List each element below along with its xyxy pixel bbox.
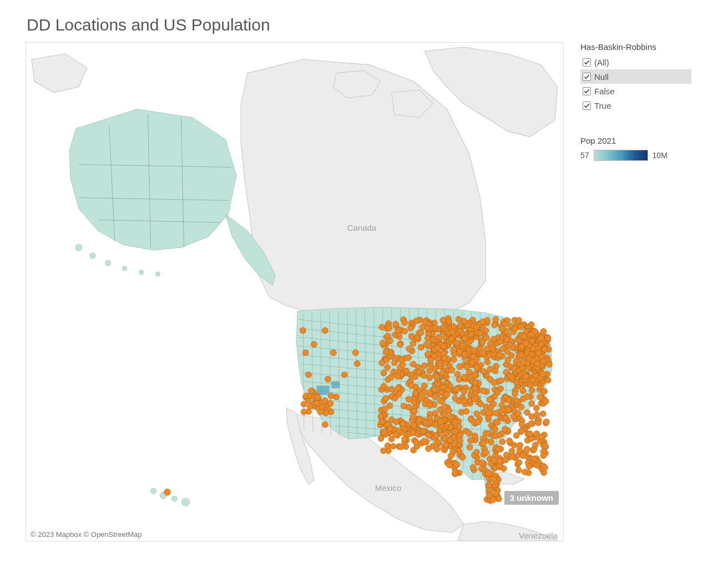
dd-location-marker[interactable] [499, 346, 505, 352]
dd-location-marker[interactable] [383, 357, 390, 363]
dd-location-marker[interactable] [531, 456, 537, 462]
dd-location-marker[interactable] [381, 429, 387, 435]
dd-location-marker[interactable] [518, 352, 524, 358]
dd-location-marker[interactable] [379, 324, 385, 330]
dd-location-marker[interactable] [474, 365, 480, 371]
dd-location-marker[interactable] [496, 446, 502, 452]
dd-location-marker[interactable] [538, 434, 544, 440]
dd-location-marker[interactable] [497, 458, 503, 464]
dd-location-marker[interactable] [418, 395, 424, 401]
checkbox-icon[interactable] [583, 73, 591, 81]
dd-location-marker[interactable] [540, 371, 546, 377]
dd-location-marker[interactable] [461, 398, 467, 404]
dd-location-marker[interactable] [516, 459, 522, 465]
dd-location-marker[interactable] [427, 375, 433, 381]
dd-location-marker[interactable] [411, 422, 417, 428]
dd-location-marker[interactable] [440, 384, 446, 391]
dd-location-marker[interactable] [441, 343, 447, 349]
dd-location-marker[interactable] [496, 352, 502, 358]
dd-location-marker[interactable] [533, 405, 539, 411]
dd-location-marker[interactable] [381, 448, 387, 454]
dd-location-marker[interactable] [392, 395, 398, 401]
dd-location-marker[interactable] [522, 469, 528, 475]
dd-location-marker[interactable] [486, 410, 492, 416]
dd-location-marker[interactable] [443, 430, 449, 436]
dd-location-marker[interactable] [301, 409, 307, 415]
dd-location-marker[interactable] [532, 442, 538, 448]
dd-location-marker[interactable] [421, 438, 427, 444]
dd-location-marker[interactable] [386, 325, 392, 331]
dd-location-marker[interactable] [422, 319, 428, 325]
dd-location-marker[interactable] [388, 374, 394, 380]
dd-location-marker[interactable] [528, 420, 534, 427]
dd-location-marker[interactable] [512, 326, 518, 332]
dd-location-marker[interactable] [488, 404, 494, 410]
dd-location-marker[interactable] [422, 389, 428, 396]
dd-location-marker[interactable] [520, 388, 526, 394]
dd-location-marker[interactable] [498, 377, 504, 383]
dd-location-marker[interactable] [434, 374, 440, 381]
dd-location-marker[interactable] [435, 345, 441, 351]
dd-location-marker[interactable] [480, 388, 486, 394]
dd-location-marker[interactable] [402, 320, 408, 326]
dd-location-marker[interactable] [542, 465, 548, 471]
dd-location-marker[interactable] [459, 343, 466, 349]
filter-item-true[interactable]: True [580, 98, 691, 113]
dd-location-marker[interactable] [489, 345, 495, 351]
dd-location-marker[interactable] [505, 407, 512, 413]
dd-location-marker[interactable] [452, 469, 458, 475]
dd-location-marker[interactable] [408, 383, 414, 389]
dd-location-marker[interactable] [502, 415, 508, 421]
dd-location-marker[interactable] [499, 326, 505, 332]
dd-location-marker[interactable] [397, 341, 403, 347]
dd-location-marker[interactable] [395, 373, 401, 379]
dd-location-marker[interactable] [509, 448, 515, 454]
dd-location-marker[interactable] [381, 370, 387, 376]
dd-location-marker[interactable] [479, 460, 485, 466]
dd-location-marker[interactable] [400, 421, 406, 427]
dd-location-marker[interactable] [473, 449, 479, 455]
dd-location-marker[interactable] [494, 419, 501, 425]
dd-location-marker[interactable] [452, 396, 458, 402]
dd-location-marker[interactable] [385, 443, 391, 449]
dd-location-marker[interactable] [542, 346, 548, 352]
dd-location-marker[interactable] [418, 329, 424, 336]
dd-location-marker[interactable] [534, 361, 540, 367]
dd-location-marker[interactable] [451, 357, 457, 363]
filter-item-null[interactable]: Null [580, 69, 691, 84]
dd-location-marker[interactable] [502, 426, 508, 432]
dd-location-marker[interactable] [546, 361, 552, 367]
dd-location-marker[interactable] [406, 346, 412, 352]
dd-location-marker[interactable] [452, 419, 458, 425]
dd-location-marker[interactable] [383, 396, 389, 402]
dd-location-marker[interactable] [432, 394, 438, 400]
dd-location-marker[interactable] [492, 322, 498, 328]
dd-location-marker[interactable] [506, 438, 512, 444]
dd-location-marker[interactable] [383, 349, 389, 356]
dd-location-marker[interactable] [419, 324, 426, 330]
dd-location-marker[interactable] [475, 419, 481, 425]
dd-location-marker[interactable] [430, 336, 436, 342]
dd-location-marker[interactable] [481, 368, 487, 374]
dd-location-marker[interactable] [517, 442, 523, 448]
dd-location-marker[interactable] [442, 355, 448, 361]
dd-location-marker[interactable] [434, 446, 440, 452]
dd-location-marker[interactable] [491, 476, 497, 482]
dd-location-marker[interactable] [318, 409, 324, 415]
dd-location-marker[interactable] [448, 414, 454, 420]
dd-location-marker[interactable] [535, 350, 542, 356]
dd-location-marker[interactable] [432, 325, 438, 331]
dd-location-marker[interactable] [480, 318, 486, 325]
dd-location-marker[interactable] [448, 336, 454, 342]
dd-location-marker[interactable] [408, 333, 414, 339]
dd-location-marker[interactable] [314, 400, 320, 406]
dd-location-marker[interactable] [449, 367, 455, 373]
dd-location-marker[interactable] [428, 357, 434, 363]
checkbox-icon[interactable] [583, 58, 591, 67]
dd-location-marker[interactable] [505, 357, 511, 363]
map-svg[interactable]: Canada Mexico Venezuela [26, 43, 563, 541]
unknown-badge[interactable]: 3 unknown [504, 491, 559, 505]
dd-location-marker[interactable] [527, 430, 533, 437]
dd-location-marker[interactable] [421, 373, 427, 379]
dd-location-marker[interactable] [457, 363, 463, 369]
